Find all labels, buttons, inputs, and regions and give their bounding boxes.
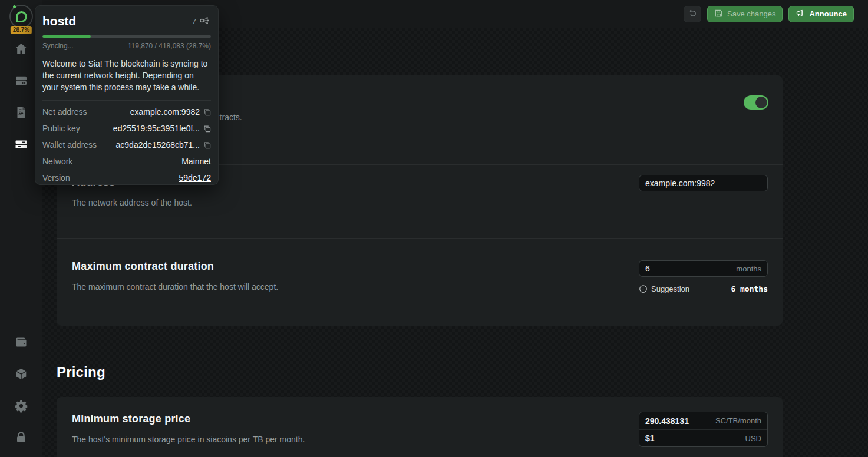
min-storage-price-inputs: SC/TB/month USD (639, 412, 768, 447)
net-address-value: example.com:9982 (130, 107, 200, 117)
sync-progress-fill (42, 35, 91, 38)
sidebar-item-wallet[interactable] (8, 326, 34, 358)
sidebar-item-node[interactable] (8, 358, 34, 390)
sidebar-item-configuration[interactable] (8, 128, 34, 160)
node-icon (14, 367, 28, 381)
sidebar-item-volumes[interactable] (8, 65, 34, 97)
public-key-label: Public key (42, 124, 80, 133)
pricing-section-heading: Pricing (57, 364, 105, 380)
net-address-row: Net address example.com:9982 (42, 104, 211, 120)
suggestion-label: Suggestion (651, 284, 689, 293)
home-icon (14, 42, 28, 56)
storage-icon (14, 74, 28, 88)
sync-ring (9, 5, 33, 28)
toggle-knob (755, 97, 767, 108)
peers-indicator[interactable]: 7 (192, 16, 210, 27)
configuration-icon (14, 137, 28, 151)
suggestion-row: Suggestion 6 months (639, 284, 768, 293)
pricing-settings-card: Minimum storage price The host's minimum… (57, 397, 783, 457)
public-key-row: Public key ed25519:95c3951fe0f... (42, 120, 211, 137)
wallet-address-row: Wallet address ac9da2de15268cb71... (42, 137, 211, 153)
accept-contracts-toggle[interactable] (744, 95, 768, 110)
popover-title: hostd (42, 14, 76, 28)
megaphone-icon (796, 8, 805, 19)
node-status-popover: hostd 7 Syncing... 119,870 / 418,083 (28… (35, 6, 218, 184)
sidebar-item-lock[interactable] (8, 422, 34, 453)
peers-count: 7 (192, 17, 196, 26)
wallet-icon (14, 335, 28, 349)
sync-ring-dot (13, 5, 16, 8)
wallet-address-label: Wallet address (42, 140, 97, 150)
wallet-address-value: ac9da2de15268cb71... (116, 140, 200, 150)
save-changes-button[interactable]: Save changes (707, 6, 783, 22)
sidebar-item-dashboard[interactable] (8, 33, 34, 65)
public-key-value: ed25519:95c3951fe0f... (113, 124, 200, 133)
max-duration-unit: months (736, 264, 761, 273)
sync-status-label: Syncing... (42, 42, 74, 50)
sync-block-stats: 119,870 / 418,083 (28.7%) (128, 42, 211, 50)
storage-price-sc-input[interactable] (645, 416, 711, 426)
lock-icon (14, 430, 28, 445)
copy-icon[interactable] (203, 108, 211, 116)
sidebar-item-settings[interactable] (8, 390, 34, 422)
max-duration-input[interactable] (645, 264, 731, 273)
storage-price-usd-unit: USD (745, 434, 761, 443)
copy-icon[interactable] (203, 125, 211, 133)
copy-icon[interactable] (203, 141, 211, 149)
version-link[interactable]: 59de172 (179, 173, 211, 183)
gear-icon (14, 399, 28, 413)
storage-price-usd-input[interactable] (645, 433, 741, 443)
version-row: Version 59de172 (42, 170, 211, 186)
sync-progress-bar (42, 35, 211, 38)
network-value: Mainnet (181, 157, 211, 166)
info-icon (639, 284, 648, 293)
announce-button[interactable]: Announce (788, 6, 854, 22)
net-address-label: Net address (42, 107, 87, 117)
address-input[interactable] (645, 178, 761, 188)
hostd-logo-icon (16, 11, 27, 22)
sidebar-nav-bottom (0, 326, 42, 453)
save-icon (714, 9, 723, 19)
address-description: The network address of the host. (72, 198, 783, 207)
save-changes-label: Save changes (727, 9, 775, 18)
version-label: Version (42, 173, 70, 183)
welcome-message: Welcome to Sia! The blockchain is syncin… (42, 58, 211, 101)
sync-percent-badge: 28.7% (11, 26, 32, 34)
min-storage-price-row: Minimum storage price The host's minimum… (57, 397, 783, 444)
reset-icon (688, 8, 697, 19)
max-duration-row: Maximum contract duration The maximum co… (57, 238, 783, 326)
network-label: Network (42, 157, 72, 166)
peers-icon (199, 16, 210, 27)
storage-price-sc-unit: SC/TB/month (715, 416, 761, 425)
network-row: Network Mainnet (42, 153, 211, 170)
suggestion-value[interactable]: 6 months (731, 284, 768, 293)
announce-label: Announce (809, 9, 847, 18)
reset-changes-button[interactable] (684, 6, 701, 22)
metrics-icon (14, 105, 28, 120)
node-info-list: Net address example.com:9982 Public key … (42, 104, 211, 186)
sidebar-item-metrics[interactable] (8, 97, 34, 128)
app-logo[interactable]: 28.7% (8, 4, 34, 29)
